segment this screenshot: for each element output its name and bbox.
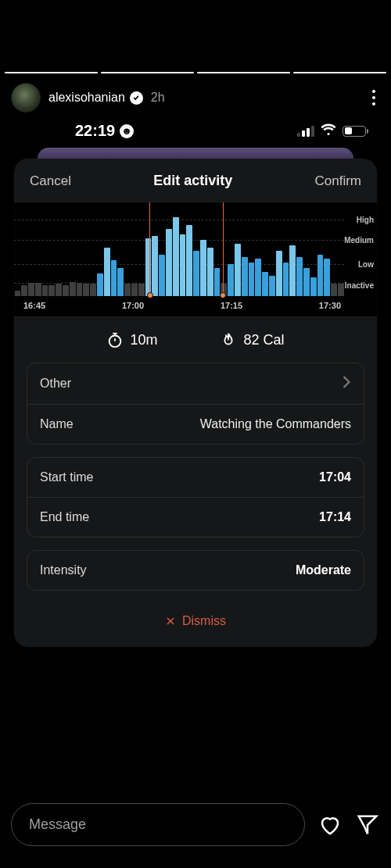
- chart-bar: [117, 268, 124, 296]
- time-group: Start time 17:04 End time 17:14: [27, 457, 364, 538]
- chart-bar: [276, 251, 282, 296]
- duration-metric: 10m: [106, 331, 157, 348]
- verified-badge-icon: [130, 91, 143, 105]
- share-button[interactable]: [355, 813, 380, 838]
- activity-summary: 10m 82 Cal: [14, 317, 377, 363]
- panel-header: Cancel Edit activity Confirm: [14, 159, 377, 202]
- chart-bar: [124, 284, 131, 296]
- start-time-row[interactable]: Start time 17:04: [27, 458, 364, 497]
- progress-segment: [101, 72, 194, 73]
- background-card-peek: [38, 148, 353, 159]
- chart-bar: [338, 284, 344, 296]
- end-time-value: 17:14: [319, 510, 351, 524]
- chart-bar: [63, 285, 69, 296]
- chart-bar: [331, 284, 337, 296]
- x-tick: 16:45: [23, 301, 45, 310]
- like-button[interactable]: [317, 813, 343, 838]
- chart-bar: [77, 283, 83, 296]
- chart-bar: [303, 268, 310, 296]
- top-spacer: [0, 0, 391, 72]
- chart-bar: [255, 259, 261, 296]
- chart-bar: [283, 263, 289, 296]
- battery-icon: [343, 126, 366, 137]
- chart-bar: [21, 285, 27, 296]
- calories-value: 82 Cal: [243, 332, 284, 348]
- start-time-value: 17:04: [319, 470, 351, 484]
- category-row[interactable]: Other: [27, 363, 364, 404]
- chart-bar: [228, 264, 234, 296]
- story-footer: Message: [0, 792, 391, 868]
- progress-segment: [197, 72, 290, 73]
- chart-bar: [317, 255, 324, 296]
- avatar[interactable]: [11, 83, 41, 113]
- dismiss-button[interactable]: Dismiss: [14, 603, 377, 628]
- chart-bar: [262, 272, 268, 296]
- ylabel-high: High: [357, 215, 374, 223]
- chart-bar: [104, 248, 110, 296]
- stopwatch-icon: [106, 331, 124, 348]
- dismiss-label: Dismiss: [182, 614, 226, 628]
- time-ago: 2h: [151, 91, 165, 105]
- more-options-icon[interactable]: [368, 85, 380, 110]
- chart-bar: [35, 283, 41, 296]
- cancel-button[interactable]: Cancel: [30, 173, 71, 189]
- category-name-group: Other Name Watching the Commanders: [27, 363, 364, 445]
- cell-signal-icon: [297, 126, 314, 137]
- end-time-label: End time: [40, 510, 89, 524]
- end-time-row[interactable]: End time 17:14: [27, 497, 364, 537]
- calories-metric: 82 Cal: [220, 331, 284, 348]
- wifi-icon: [321, 122, 336, 140]
- progress-segment: [293, 72, 386, 73]
- name-row[interactable]: Name Watching the Commanders: [27, 404, 364, 444]
- device-time: 22:19: [75, 122, 115, 140]
- chart-bar: [324, 259, 330, 296]
- device-status-bar: 22:19 ☻: [0, 117, 391, 148]
- heart-icon: [318, 813, 342, 837]
- chart-bar: [138, 284, 145, 296]
- start-time-label: Start time: [40, 470, 93, 484]
- name-label: Name: [40, 417, 74, 431]
- chart-bar: [97, 273, 103, 296]
- send-icon: [356, 813, 379, 837]
- chevron-right-icon: [342, 376, 351, 391]
- selection-region[interactable]: [149, 202, 224, 296]
- confirm-button[interactable]: Confirm: [314, 173, 361, 189]
- ylabel-low: Low: [358, 260, 374, 269]
- x-tick: 17:15: [221, 301, 242, 310]
- chart-bar: [242, 257, 248, 296]
- chart-bar: [48, 285, 55, 296]
- chart-bar: [28, 283, 34, 296]
- chart-bar: [310, 277, 317, 296]
- chart-bar: [42, 285, 48, 296]
- chart-bar: [90, 284, 96, 296]
- intensity-value: Moderate: [296, 563, 351, 577]
- username[interactable]: alexisohanian: [48, 91, 125, 105]
- chart-bar: [131, 284, 138, 296]
- chart-area[interactable]: High Medium Low Inactive: [14, 202, 377, 296]
- close-icon: [165, 616, 176, 627]
- smiley-icon: ☻: [120, 124, 134, 138]
- message-input[interactable]: Message: [11, 803, 305, 846]
- duration-value: 10m: [130, 332, 157, 348]
- x-tick: 17:30: [319, 301, 341, 310]
- selection-handle-end[interactable]: [220, 292, 226, 298]
- x-axis: 16:4517:0017:1517:30: [14, 296, 377, 316]
- intensity-row[interactable]: Intensity Moderate: [27, 551, 364, 590]
- chart-bar: [235, 244, 241, 296]
- category-label: Other: [40, 377, 71, 391]
- chart-bar: [296, 257, 303, 296]
- edit-activity-panel: Cancel Edit activity Confirm High Medium…: [14, 159, 377, 647]
- ylabel-inactive: Inactive: [345, 280, 374, 289]
- intensity-group: Intensity Moderate: [27, 550, 364, 591]
- ylabel-medium: Medium: [344, 236, 374, 245]
- progress-segment: [5, 72, 98, 73]
- story-progress: [0, 72, 391, 73]
- chart-bar: [83, 284, 89, 296]
- flame-icon: [220, 331, 237, 348]
- x-tick: 17:00: [122, 301, 144, 310]
- chart-bar: [111, 260, 117, 296]
- story-header: alexisohanian 2h: [0, 83, 391, 117]
- story-viewport: alexisohanian 2h 22:19 ☻ Cancel Edit act…: [0, 0, 391, 868]
- activity-chart: High Medium Low Inactive 16:4517:0017:15…: [14, 202, 377, 317]
- selection-handle-start[interactable]: [147, 292, 153, 298]
